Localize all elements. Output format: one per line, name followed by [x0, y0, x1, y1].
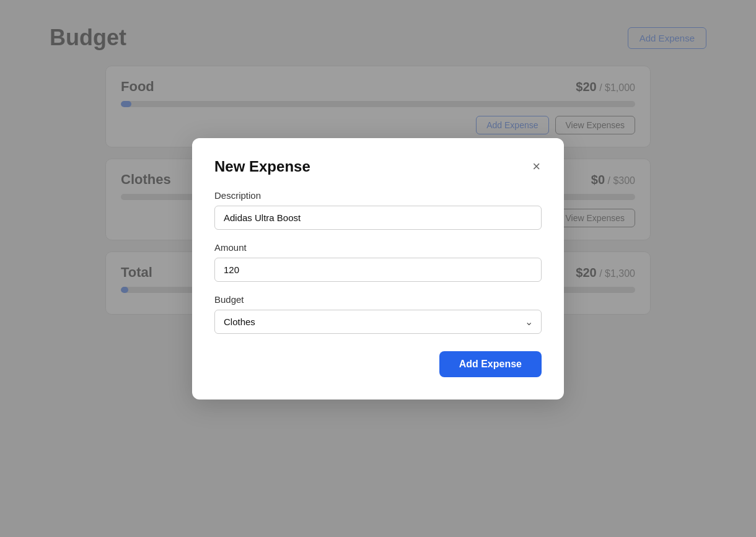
amount-field-group: Amount [214, 242, 542, 282]
modal-overlay[interactable]: New Expense × Description Amount Budget … [0, 0, 756, 537]
description-label: Description [214, 190, 542, 201]
budget-label: Budget [214, 294, 542, 305]
modal-footer: Add Expense [214, 351, 542, 377]
new-expense-modal: New Expense × Description Amount Budget … [192, 138, 564, 399]
budget-select-wrapper: Food Clothes ⌄ [214, 310, 542, 334]
amount-input[interactable] [214, 258, 542, 282]
modal-header: New Expense × [214, 158, 542, 175]
add-expense-submit-button[interactable]: Add Expense [439, 351, 542, 377]
description-input[interactable] [214, 206, 542, 230]
modal-title: New Expense [214, 158, 310, 175]
budget-field-group: Budget Food Clothes ⌄ [214, 294, 542, 334]
modal-close-button[interactable]: × [531, 160, 542, 173]
description-field-group: Description [214, 190, 542, 230]
amount-label: Amount [214, 242, 542, 253]
budget-select[interactable]: Food Clothes [214, 310, 542, 334]
